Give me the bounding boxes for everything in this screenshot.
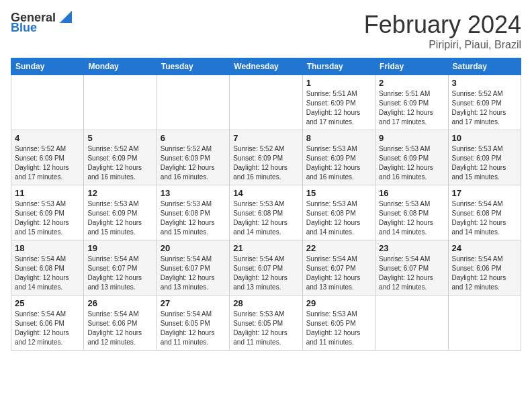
day-info: Sunrise: 5:52 AM Sunset: 6:09 PM Dayligh…: [452, 89, 517, 127]
day-info: Sunrise: 5:53 AM Sunset: 6:09 PM Dayligh…: [306, 144, 371, 182]
page-header: General Blue February 2024 Piripiri, Pia…: [11, 11, 521, 51]
calendar-week-row: 11Sunrise: 5:53 AM Sunset: 6:09 PM Dayli…: [11, 185, 521, 240]
calendar-cell: 21Sunrise: 5:54 AM Sunset: 6:07 PM Dayli…: [230, 240, 302, 295]
day-number: 25: [15, 298, 80, 308]
day-info: Sunrise: 5:54 AM Sunset: 6:07 PM Dayligh…: [233, 255, 298, 292]
day-number: 18: [15, 243, 80, 253]
calendar-cell: [84, 75, 157, 130]
day-info: Sunrise: 5:53 AM Sunset: 6:09 PM Dayligh…: [452, 144, 517, 182]
day-number: 14: [233, 188, 298, 198]
day-info: Sunrise: 5:54 AM Sunset: 6:06 PM Dayligh…: [452, 255, 517, 292]
day-number: 11: [15, 188, 80, 198]
day-number: 19: [87, 243, 152, 253]
day-number: 13: [161, 188, 226, 198]
day-number: 28: [233, 298, 298, 308]
day-info: Sunrise: 5:54 AM Sunset: 6:07 PM Dayligh…: [161, 255, 226, 292]
day-info: Sunrise: 5:54 AM Sunset: 6:08 PM Dayligh…: [452, 199, 517, 237]
calendar-cell: 4Sunrise: 5:52 AM Sunset: 6:09 PM Daylig…: [11, 130, 84, 185]
day-number: 2: [379, 78, 444, 88]
calendar-week-row: 4Sunrise: 5:52 AM Sunset: 6:09 PM Daylig…: [11, 130, 521, 185]
calendar-cell: 27Sunrise: 5:54 AM Sunset: 6:05 PM Dayli…: [157, 295, 229, 351]
calendar-cell: 16Sunrise: 5:53 AM Sunset: 6:08 PM Dayli…: [375, 185, 448, 240]
day-info: Sunrise: 5:53 AM Sunset: 6:05 PM Dayligh…: [306, 310, 371, 347]
column-header-monday: Monday: [84, 58, 157, 75]
calendar-cell: 6Sunrise: 5:52 AM Sunset: 6:09 PM Daylig…: [157, 130, 229, 185]
day-info: Sunrise: 5:52 AM Sunset: 6:09 PM Dayligh…: [161, 144, 226, 182]
svg-marker-0: [60, 11, 72, 23]
calendar-cell: 14Sunrise: 5:53 AM Sunset: 6:08 PM Dayli…: [230, 185, 302, 240]
calendar-cell: 18Sunrise: 5:54 AM Sunset: 6:08 PM Dayli…: [11, 240, 84, 295]
day-info: Sunrise: 5:53 AM Sunset: 6:05 PM Dayligh…: [233, 310, 298, 347]
calendar-week-row: 25Sunrise: 5:54 AM Sunset: 6:06 PM Dayli…: [11, 295, 521, 351]
calendar-cell: 11Sunrise: 5:53 AM Sunset: 6:09 PM Dayli…: [11, 185, 84, 240]
calendar-cell: 8Sunrise: 5:53 AM Sunset: 6:09 PM Daylig…: [302, 130, 375, 185]
day-info: Sunrise: 5:54 AM Sunset: 6:08 PM Dayligh…: [15, 255, 80, 292]
day-number: 27: [161, 298, 226, 308]
day-info: Sunrise: 5:54 AM Sunset: 6:06 PM Dayligh…: [87, 310, 152, 347]
day-info: Sunrise: 5:51 AM Sunset: 6:09 PM Dayligh…: [379, 89, 444, 127]
calendar-cell: 25Sunrise: 5:54 AM Sunset: 6:06 PM Dayli…: [11, 295, 84, 351]
logo: General Blue: [11, 11, 72, 35]
calendar-cell: 13Sunrise: 5:53 AM Sunset: 6:08 PM Dayli…: [157, 185, 229, 240]
calendar-cell: 19Sunrise: 5:54 AM Sunset: 6:07 PM Dayli…: [84, 240, 157, 295]
day-number: 12: [87, 188, 152, 198]
column-header-wednesday: Wednesday: [230, 58, 302, 75]
day-info: Sunrise: 5:54 AM Sunset: 6:05 PM Dayligh…: [161, 310, 226, 347]
day-number: 8: [306, 133, 371, 143]
calendar-week-row: 18Sunrise: 5:54 AM Sunset: 6:08 PM Dayli…: [11, 240, 521, 295]
day-number: 1: [306, 78, 371, 88]
calendar-cell: 15Sunrise: 5:53 AM Sunset: 6:08 PM Dayli…: [302, 185, 375, 240]
day-info: Sunrise: 5:53 AM Sunset: 6:08 PM Dayligh…: [379, 199, 444, 237]
day-number: 16: [379, 188, 444, 198]
calendar-cell: 10Sunrise: 5:53 AM Sunset: 6:09 PM Dayli…: [448, 130, 521, 185]
month-title: February 2024: [364, 11, 521, 39]
day-number: 7: [233, 133, 298, 143]
calendar-cell: [230, 75, 302, 130]
location-subtitle: Piripiri, Piaui, Brazil: [364, 39, 521, 51]
day-info: Sunrise: 5:53 AM Sunset: 6:09 PM Dayligh…: [379, 144, 444, 182]
calendar-header-row: SundayMondayTuesdayWednesdayThursdayFrid…: [11, 58, 521, 75]
column-header-thursday: Thursday: [302, 58, 375, 75]
calendar-cell: 2Sunrise: 5:51 AM Sunset: 6:09 PM Daylig…: [375, 75, 448, 130]
day-info: Sunrise: 5:52 AM Sunset: 6:09 PM Dayligh…: [15, 144, 80, 182]
calendar-cell: 20Sunrise: 5:54 AM Sunset: 6:07 PM Dayli…: [157, 240, 229, 295]
day-number: 15: [306, 188, 371, 198]
day-number: 3: [452, 78, 517, 88]
calendar-cell: [11, 75, 84, 130]
day-number: 29: [306, 298, 371, 308]
day-info: Sunrise: 5:54 AM Sunset: 6:07 PM Dayligh…: [379, 255, 444, 292]
day-number: 21: [233, 243, 298, 253]
day-info: Sunrise: 5:53 AM Sunset: 6:09 PM Dayligh…: [15, 199, 80, 237]
day-number: 17: [452, 188, 517, 198]
day-info: Sunrise: 5:52 AM Sunset: 6:09 PM Dayligh…: [87, 144, 152, 182]
logo-block: General Blue: [11, 11, 72, 35]
calendar-cell: 7Sunrise: 5:52 AM Sunset: 6:09 PM Daylig…: [230, 130, 302, 185]
calendar-cell: 29Sunrise: 5:53 AM Sunset: 6:05 PM Dayli…: [302, 295, 375, 351]
logo-triangle-icon: [57, 9, 72, 24]
day-info: Sunrise: 5:52 AM Sunset: 6:09 PM Dayligh…: [233, 144, 298, 182]
calendar-table: SundayMondayTuesdayWednesdayThursdayFrid…: [11, 58, 521, 351]
day-number: 22: [306, 243, 371, 253]
day-number: 4: [15, 133, 80, 143]
calendar-cell: [375, 295, 448, 351]
calendar-cell: 26Sunrise: 5:54 AM Sunset: 6:06 PM Dayli…: [84, 295, 157, 351]
calendar-cell: 23Sunrise: 5:54 AM Sunset: 6:07 PM Dayli…: [375, 240, 448, 295]
day-number: 23: [379, 243, 444, 253]
day-number: 20: [161, 243, 226, 253]
day-info: Sunrise: 5:54 AM Sunset: 6:07 PM Dayligh…: [306, 255, 371, 292]
calendar-cell: 28Sunrise: 5:53 AM Sunset: 6:05 PM Dayli…: [230, 295, 302, 351]
calendar-cell: 12Sunrise: 5:53 AM Sunset: 6:09 PM Dayli…: [84, 185, 157, 240]
logo-blue: Blue: [11, 21, 37, 35]
day-number: 24: [452, 243, 517, 253]
day-number: 6: [161, 133, 226, 143]
calendar-cell: 1Sunrise: 5:51 AM Sunset: 6:09 PM Daylig…: [302, 75, 375, 130]
day-info: Sunrise: 5:53 AM Sunset: 6:08 PM Dayligh…: [306, 199, 371, 237]
calendar-week-row: 1Sunrise: 5:51 AM Sunset: 6:09 PM Daylig…: [11, 75, 521, 130]
column-header-friday: Friday: [375, 58, 448, 75]
column-header-saturday: Saturday: [448, 58, 521, 75]
day-info: Sunrise: 5:53 AM Sunset: 6:08 PM Dayligh…: [233, 199, 298, 237]
calendar-cell: [157, 75, 229, 130]
calendar-cell: 9Sunrise: 5:53 AM Sunset: 6:09 PM Daylig…: [375, 130, 448, 185]
calendar-cell: 24Sunrise: 5:54 AM Sunset: 6:06 PM Dayli…: [448, 240, 521, 295]
calendar-cell: 17Sunrise: 5:54 AM Sunset: 6:08 PM Dayli…: [448, 185, 521, 240]
